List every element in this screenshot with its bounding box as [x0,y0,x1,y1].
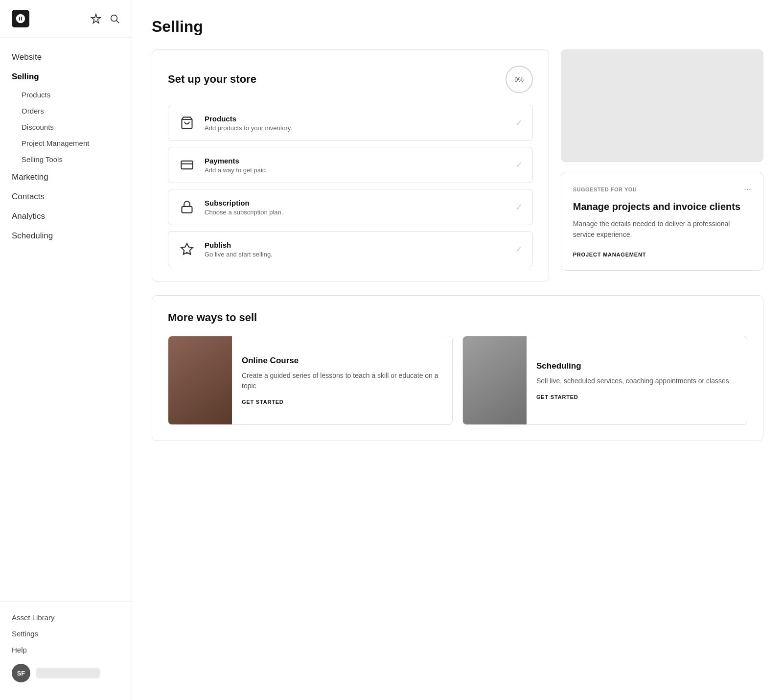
scheduling-description: Sell live, scheduled services, coaching … [536,376,729,386]
sparkle-publish-icon [178,240,196,258]
scheduling-title: Scheduling [536,361,729,371]
cart-icon [178,114,196,132]
sidebar-help[interactable]: Help [12,642,120,658]
sidebar-header [0,0,132,38]
main-content: Selling Set up your store 0% Products [132,0,783,700]
sidebar-item-contacts[interactable]: Contacts [0,187,132,207]
svg-rect-5 [182,207,192,213]
sidebar-nav: Website Selling Products Orders Discount… [0,38,132,601]
progress-circle: 0% [506,66,533,93]
top-row: Set up your store 0% Products Add produc… [152,49,763,281]
sidebar: Website Selling Products Orders Discount… [0,0,132,700]
setup-item-products-desc: Add products to your inventory. [205,124,507,132]
suggested-header: Suggested for you ··· [573,184,751,194]
svg-point-0 [111,15,117,22]
setup-item-publish[interactable]: Publish Go live and start selling. ✓ [168,231,533,267]
sidebar-subitem-project-management[interactable]: Project Management [0,135,132,151]
setup-item-subscription-title: Subscription [205,199,507,207]
check-icon-payments: ✓ [515,160,523,170]
setup-item-payments-text: Payments Add a way to get paid. [205,157,507,174]
search-icon[interactable] [109,13,120,24]
page-title: Selling [152,18,763,36]
svg-line-1 [116,21,119,23]
more-ways-card: More ways to sell Online Course Create a… [152,295,763,441]
sidebar-actions [91,13,120,24]
suggested-title: Manage projects and invoice clients [573,200,751,213]
setup-item-products-title: Products [205,115,507,123]
sidebar-item-scheduling[interactable]: Scheduling [0,226,132,246]
sidebar-item-website[interactable]: Website [0,47,132,67]
scheduling-cta[interactable]: GET STARTED [536,394,729,400]
sidebar-settings[interactable]: Settings [12,626,120,642]
scheduling-content: Scheduling Sell live, scheduled services… [527,336,739,424]
logo[interactable] [12,10,29,27]
sidebar-subitem-selling-tools[interactable]: Selling Tools [0,151,132,167]
check-icon-subscription: ✓ [515,202,523,212]
sidebar-item-marketing[interactable]: Marketing [0,167,132,187]
svg-rect-3 [181,161,192,169]
setup-item-payments-title: Payments [205,157,507,165]
course-content: Online Course Create a guided series of … [232,336,452,424]
setup-item-subscription[interactable]: Subscription Choose a subscription plan.… [168,189,533,225]
setup-title: Set up your store [168,73,256,86]
more-ways-item-course[interactable]: Online Course Create a guided series of … [168,336,453,425]
sidebar-subitem-products[interactable]: Products [0,87,132,103]
suggested-cta[interactable]: PROJECT MANAGEMENT [573,252,646,257]
check-icon-products: ✓ [515,117,523,128]
setup-item-products[interactable]: Products Add products to your inventory.… [168,105,533,141]
sidebar-subitem-orders[interactable]: Orders [0,103,132,119]
setup-item-payments[interactable]: Payments Add a way to get paid. ✓ [168,147,533,183]
sidebar-item-analytics[interactable]: Analytics [0,207,132,226]
avatar[interactable]: SF [12,664,30,682]
sidebar-bottom: Asset Library Settings Help SF [0,601,132,690]
setup-item-payments-desc: Add a way to get paid. [205,166,507,174]
sidebar-subitem-discounts[interactable]: Discounts [0,119,132,135]
more-ways-item-scheduling[interactable]: Scheduling Sell live, scheduled services… [462,336,747,425]
course-title: Online Course [242,356,442,366]
sidebar-item-selling[interactable]: Selling [0,67,132,87]
setup-item-publish-text: Publish Go live and start selling. [205,241,507,258]
setup-item-publish-desc: Go live and start selling. [205,251,507,258]
setup-item-subscription-desc: Choose a subscription plan. [205,209,507,216]
scheduling-image [463,336,527,424]
right-column: Suggested for you ··· Manage projects an… [561,49,763,281]
more-ways-title: More ways to sell [168,311,747,324]
promo-image-card [561,49,763,162]
setup-item-publish-title: Publish [205,241,507,249]
more-options-icon[interactable]: ··· [744,184,751,194]
more-ways-grid: Online Course Create a guided series of … [168,336,747,425]
user-name-placeholder [36,668,100,678]
sparkle-icon[interactable] [91,13,101,24]
sidebar-user: SF [12,658,120,682]
setup-header: Set up your store 0% [168,66,533,93]
payment-icon [178,156,196,174]
svg-marker-6 [181,243,192,254]
suggested-label: Suggested for you [573,187,637,192]
course-description: Create a guided series of lessons to tea… [242,371,442,391]
suggested-card: Suggested for you ··· Manage projects an… [561,172,763,271]
course-cta[interactable]: GET STARTED [242,399,442,405]
sidebar-asset-library[interactable]: Asset Library [12,609,120,626]
setup-item-subscription-text: Subscription Choose a subscription plan. [205,199,507,216]
suggested-description: Manage the details needed to deliver a p… [573,219,751,240]
setup-item-products-text: Products Add products to your inventory. [205,115,507,132]
setup-card: Set up your store 0% Products Add produc… [152,49,549,281]
lock-icon [178,198,196,216]
check-icon-publish: ✓ [515,244,523,255]
course-image [168,336,232,424]
